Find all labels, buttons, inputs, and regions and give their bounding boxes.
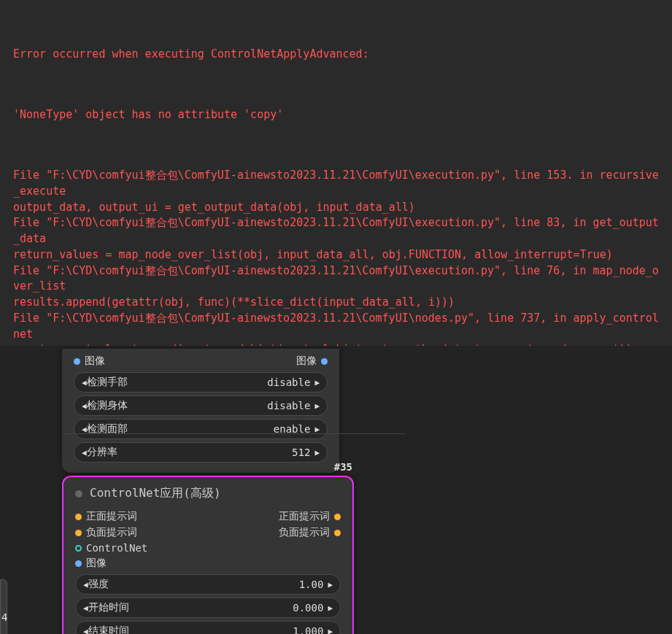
chevron-right-icon[interactable]	[314, 378, 320, 387]
input-port-negative[interactable]	[75, 530, 82, 536]
widget-value: disable	[267, 376, 310, 388]
io-row: 负面提示词 负面提示词	[69, 525, 347, 541]
chevron-right-icon[interactable]	[328, 603, 333, 613]
input-port-image[interactable]	[74, 358, 80, 365]
output-label: 负面提示词	[279, 526, 330, 539]
sidebar-handle[interactable]	[0, 579, 7, 634]
widget-label: 检测面部	[87, 422, 274, 436]
output-port-positive[interactable]	[334, 514, 341, 520]
error-panel: Error occurred when executing ControlNet…	[0, 0, 672, 383]
widget-strength[interactable]: 强度 1.00	[75, 574, 341, 595]
widget-label: 分辨率	[87, 446, 292, 459]
error-message: 'NoneType' object has no attribute 'copy…	[13, 107, 659, 123]
output-port-image[interactable]	[321, 358, 328, 365]
widget-detect-face[interactable]: 检测面部 enable	[74, 419, 328, 439]
chevron-left-icon[interactable]	[83, 603, 88, 613]
error-trace: File "F:\CYD\comfyui整合包\ComfyUI-ainewsto…	[13, 168, 659, 358]
chevron-left-icon[interactable]	[83, 580, 88, 589]
node-title-bar[interactable]: ControlNet应用(高级)	[69, 482, 347, 509]
collapse-dot-icon[interactable]	[75, 490, 82, 498]
widget-value: enable	[274, 423, 311, 435]
preprocessor-node[interactable]: 图像 图像 检测手部 disable 检测身体 disable 检测面部 ena…	[62, 349, 339, 473]
widget-resolution[interactable]: 分辨率 512	[74, 442, 328, 463]
widget-label: 检测手部	[87, 376, 268, 389]
io-row: ControlNet	[69, 541, 347, 555]
chevron-left-icon[interactable]	[82, 401, 87, 411]
chevron-left-icon[interactable]	[83, 627, 88, 635]
widget-value: 1.000	[293, 625, 323, 634]
controlnet-apply-node[interactable]: #35 ControlNet应用(高级) 正面提示词 正面提示词 负面提示词 负…	[62, 476, 354, 634]
widget-value: disable	[267, 400, 310, 411]
output-label-image: 图像	[296, 355, 317, 368]
widget-end[interactable]: 结束时间 1.000	[75, 621, 341, 634]
chevron-left-icon[interactable]	[82, 425, 87, 434]
widget-detect-body[interactable]: 检测身体 disable	[74, 395, 328, 416]
widget-value: 0.000	[293, 602, 323, 614]
input-label: 负面提示词	[86, 526, 137, 539]
io-row: 正面提示词 正面提示词	[69, 509, 347, 525]
chevron-left-icon[interactable]	[82, 378, 87, 387]
node-canvas[interactable]: 图像 图像 检测手部 disable 检测身体 disable 检测面部 ena…	[0, 346, 672, 634]
input-label: 正面提示词	[86, 510, 137, 523]
io-row: 图像 图像	[68, 353, 333, 369]
output-label: 正面提示词	[279, 510, 330, 523]
chevron-right-icon[interactable]	[328, 580, 333, 589]
chevron-left-icon[interactable]	[82, 448, 87, 457]
widget-label: 结束时间	[88, 625, 293, 634]
widget-label: 开始时间	[88, 601, 293, 614]
input-label-image: 图像	[85, 355, 105, 368]
node-title-text: ControlNet应用(高级)	[90, 486, 221, 501]
widget-detect-hand[interactable]: 检测手部 disable	[74, 372, 328, 393]
chevron-right-icon[interactable]	[314, 448, 320, 457]
node-count-label: 4	[1, 611, 7, 623]
error-title: Error occurred when executing ControlNet…	[13, 47, 659, 63]
input-port-positive[interactable]	[75, 514, 82, 520]
input-port-image[interactable]	[75, 560, 82, 567]
io-row: 图像	[69, 555, 347, 571]
output-port-negative[interactable]	[334, 530, 341, 536]
input-label: 图像	[86, 557, 107, 570]
widget-start[interactable]: 开始时间 0.000	[75, 598, 341, 618]
chevron-right-icon[interactable]	[314, 425, 320, 434]
chevron-right-icon[interactable]	[314, 401, 320, 411]
widget-value: 1.00	[299, 579, 324, 590]
input-label: ControlNet	[86, 542, 147, 554]
widget-label: 强度	[88, 578, 299, 591]
widget-label: 检测身体	[87, 399, 268, 412]
input-port-controlnet[interactable]	[75, 545, 82, 552]
widget-value: 512	[292, 446, 310, 458]
chevron-right-icon[interactable]	[328, 627, 333, 635]
node-id-badge: #35	[334, 461, 352, 473]
